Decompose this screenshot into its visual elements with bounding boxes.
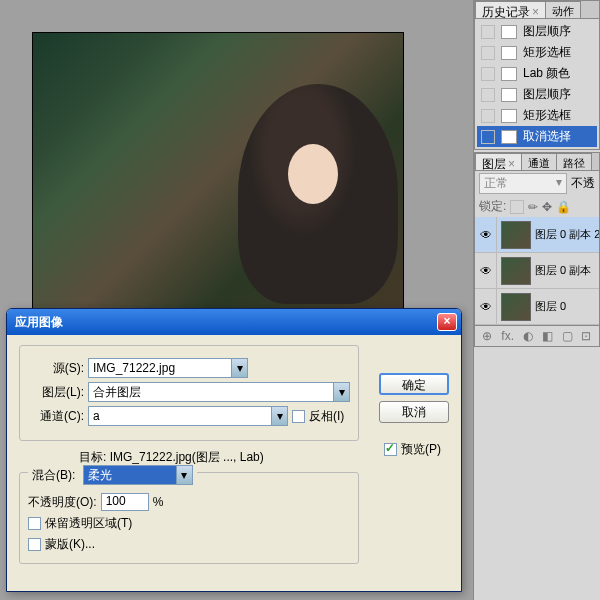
layer-thumb xyxy=(501,221,531,249)
tab-channels[interactable]: 通道 xyxy=(521,153,557,170)
cancel-button[interactable]: 取消 xyxy=(379,401,449,423)
lock-label: 锁定: xyxy=(479,198,506,215)
source-select[interactable]: IMG_71222.jpg ▾ xyxy=(88,358,248,378)
history-checkbox xyxy=(481,109,495,123)
preview-checkbox[interactable]: 预览(P) xyxy=(384,441,441,458)
layer-name: 图层 0 xyxy=(535,299,599,314)
visibility-icon[interactable]: 👁 xyxy=(475,289,497,324)
close-icon[interactable]: × xyxy=(508,157,515,171)
layers-tabs: 图层× 通道 路径 xyxy=(475,153,599,171)
source-fieldset: 源(S): IMG_71222.jpg ▾ 图层(L): 合并图层 ▾ 通道(C… xyxy=(19,345,359,441)
history-item[interactable]: 矩形选框 xyxy=(477,42,597,63)
lock-row: 锁定: ✏ ✥ 🔒 xyxy=(475,196,599,217)
history-checkbox xyxy=(481,130,495,144)
mask-checkbox[interactable]: 蒙版(K)... xyxy=(28,536,350,553)
lock-transparency-icon[interactable] xyxy=(510,200,524,214)
blend-fieldset: 混合(B): 柔光 ▾ 不透明度(O): 100 % 保留透明区域(T) 蒙版(… xyxy=(19,472,359,564)
invert-label: 反相(I) xyxy=(309,408,344,425)
source-value: IMG_71222.jpg xyxy=(93,361,175,375)
history-item[interactable]: 图层顺序 xyxy=(477,21,597,42)
move-icon[interactable]: ✥ xyxy=(542,200,552,214)
footer-icon[interactable]: ⊡ xyxy=(581,329,591,343)
checkbox-icon xyxy=(28,517,41,530)
opacity-unit: % xyxy=(153,495,164,509)
target-label: 目标: xyxy=(79,450,106,464)
blend-select[interactable]: 柔光 ▾ xyxy=(83,465,193,485)
visibility-icon[interactable]: 👁 xyxy=(475,217,497,252)
tab-history[interactable]: 历史记录× xyxy=(475,1,546,18)
footer-icon[interactable]: fx. xyxy=(501,329,514,343)
chevron-down-icon: ▾ xyxy=(176,466,192,484)
blend-label: 混合(B): 柔光 ▾ xyxy=(28,465,197,485)
history-item[interactable]: 矩形选框 xyxy=(477,105,597,126)
layer-select[interactable]: 合并图层 ▾ xyxy=(88,382,350,402)
channel-select[interactable]: a ▾ xyxy=(88,406,288,426)
history-label: 取消选择 xyxy=(523,128,571,145)
lock-all-icon[interactable]: 🔒 xyxy=(556,200,571,214)
history-label: 矩形选框 xyxy=(523,44,571,61)
close-button[interactable]: × xyxy=(437,313,457,331)
checkbox-icon xyxy=(28,538,41,551)
history-item[interactable]: 取消选择 xyxy=(477,126,597,147)
tab-actions[interactable]: 动作 xyxy=(545,1,581,18)
history-step-icon xyxy=(501,67,517,81)
history-step-icon xyxy=(501,109,517,123)
history-step-icon xyxy=(501,25,517,39)
layer-list: 👁图层 0 副本 2👁图层 0 副本👁图层 0 xyxy=(475,217,599,325)
history-item[interactable]: Lab 颜色 xyxy=(477,63,597,84)
history-label: 图层顺序 xyxy=(523,23,571,40)
chevron-down-icon: ▾ xyxy=(556,175,562,192)
dialog-buttons: 确定 取消 xyxy=(379,373,449,423)
face xyxy=(288,144,338,204)
target-value: IMG_71222.jpg(图层 ..., Lab) xyxy=(110,450,264,464)
close-icon[interactable]: × xyxy=(532,5,539,19)
tab-paths[interactable]: 路径 xyxy=(556,153,592,170)
history-label: 矩形选框 xyxy=(523,107,571,124)
brush-icon[interactable]: ✏ xyxy=(528,200,538,214)
tab-layers[interactable]: 图层× xyxy=(475,153,522,170)
footer-icon[interactable]: ◧ xyxy=(542,329,553,343)
dialog-body: 源(S): IMG_71222.jpg ▾ 图层(L): 合并图层 ▾ 通道(C… xyxy=(7,335,461,591)
footer-icon[interactable]: ⊕ xyxy=(482,329,492,343)
footer-icon[interactable]: ▢ xyxy=(562,329,573,343)
layer-name: 图层 0 副本 2 xyxy=(535,227,599,242)
history-checkbox xyxy=(481,88,495,102)
right-panels: 历史记录× 动作 图层顺序矩形选框Lab 颜色图层顺序矩形选框取消选择 图层× … xyxy=(473,0,600,600)
layer-thumb xyxy=(501,257,531,285)
opacity-input[interactable]: 100 xyxy=(101,493,149,511)
layer-value: 合并图层 xyxy=(93,384,141,401)
history-step-icon xyxy=(501,130,517,144)
checkbox-icon xyxy=(292,410,305,423)
blend-mode-select[interactable]: 正常▾ xyxy=(479,173,567,194)
footer-icon[interactable]: ◐ xyxy=(523,329,533,343)
history-checkbox xyxy=(481,25,495,39)
layer-item[interactable]: 👁图层 0 副本 xyxy=(475,253,599,289)
layer-item[interactable]: 👁图层 0 xyxy=(475,289,599,325)
source-label: 源(S): xyxy=(28,360,84,377)
history-item[interactable]: 图层顺序 xyxy=(477,84,597,105)
ok-button[interactable]: 确定 xyxy=(379,373,449,395)
invert-checkbox[interactable]: 反相(I) xyxy=(292,408,344,425)
blend-value: 柔光 xyxy=(88,467,112,484)
layer-label: 图层(L): xyxy=(28,384,84,401)
preview-label: 预览(P) xyxy=(401,441,441,458)
dialog-titlebar[interactable]: 应用图像 × xyxy=(7,309,461,335)
layer-item[interactable]: 👁图层 0 副本 2 xyxy=(475,217,599,253)
mask-label: 蒙版(K)... xyxy=(45,536,95,553)
history-list: 图层顺序矩形选框Lab 颜色图层顺序矩形选框取消选择 xyxy=(475,19,599,149)
opacity-short-label: 不透 xyxy=(571,175,595,192)
preserve-label: 保留透明区域(T) xyxy=(45,515,132,532)
checkbox-checked-icon xyxy=(384,443,397,456)
preserve-checkbox[interactable]: 保留透明区域(T) xyxy=(28,515,350,532)
history-checkbox xyxy=(481,67,495,81)
history-tabs: 历史记录× 动作 xyxy=(475,1,599,19)
chevron-down-icon: ▾ xyxy=(231,359,247,377)
history-label: Lab 颜色 xyxy=(523,65,570,82)
history-step-icon xyxy=(501,46,517,60)
channel-label: 通道(C): xyxy=(28,408,84,425)
canvas-image xyxy=(32,32,404,310)
history-label: 图层顺序 xyxy=(523,86,571,103)
portrait-area xyxy=(238,84,398,304)
visibility-icon[interactable]: 👁 xyxy=(475,253,497,288)
history-panel: 历史记录× 动作 图层顺序矩形选框Lab 颜色图层顺序矩形选框取消选择 xyxy=(474,0,600,150)
